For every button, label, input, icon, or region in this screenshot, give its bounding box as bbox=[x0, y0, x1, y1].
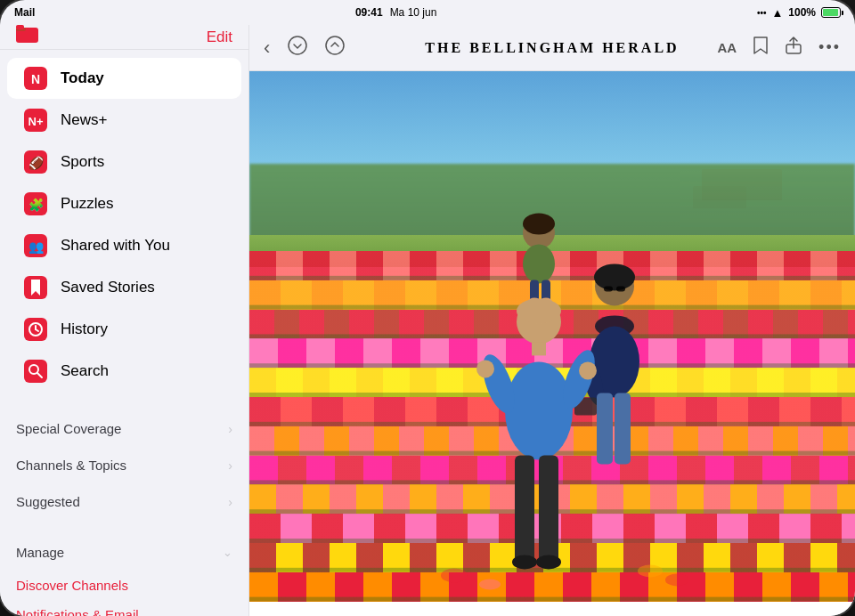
svg-rect-51 bbox=[539, 456, 558, 563]
toolbar-right: AA ••• bbox=[717, 36, 841, 60]
svg-rect-33 bbox=[597, 393, 613, 465]
main-area: Edit N Today bbox=[0, 25, 855, 616]
search-label: Search bbox=[61, 362, 109, 380]
sidebar-item-saved[interactable]: Saved Stories bbox=[7, 267, 241, 308]
ipad-device: Mail 09:41 Ma 10 jun ••• ▲ 100% bbox=[0, 0, 855, 616]
notifications-email-link[interactable]: Notifications & Email bbox=[16, 600, 232, 616]
svg-point-49 bbox=[579, 362, 597, 380]
more-button[interactable]: ••• bbox=[818, 38, 841, 57]
svg-point-22 bbox=[289, 36, 306, 54]
history-icon bbox=[23, 317, 48, 342]
sidebar-item-special-coverage[interactable]: Special Coverage › bbox=[0, 410, 248, 447]
shared-label: Shared with You bbox=[61, 237, 170, 255]
battery-label: 100% bbox=[788, 6, 816, 19]
svg-point-52 bbox=[512, 555, 537, 570]
person-center-main bbox=[476, 214, 601, 570]
svg-point-36 bbox=[523, 214, 555, 235]
sidebar-item-suggested[interactable]: Suggested › bbox=[0, 483, 248, 520]
svg-point-56 bbox=[638, 565, 663, 578]
sports-icon: 🏈 bbox=[23, 150, 48, 174]
dislike-button[interactable] bbox=[288, 36, 307, 60]
battery-icon bbox=[821, 7, 841, 18]
search-nav-icon bbox=[23, 359, 48, 384]
shared-icon: 👥 bbox=[23, 233, 48, 258]
manage-section: Manage ⌄ Discover Channels Notifications… bbox=[0, 531, 248, 616]
saved-label: Saved Stories bbox=[61, 279, 155, 296]
font-size-button[interactable]: AA bbox=[717, 40, 737, 55]
channels-topics-label: Channels & Topics bbox=[16, 458, 126, 473]
newsplus-icon: N+ bbox=[23, 108, 48, 133]
status-dots: ••• bbox=[757, 8, 767, 18]
puzzles-label: Puzzles bbox=[61, 195, 114, 213]
discover-channels-link[interactable]: Discover Channels bbox=[16, 571, 232, 600]
manage-header[interactable]: Manage ⌄ bbox=[16, 538, 232, 567]
today-label: Today bbox=[61, 69, 104, 87]
special-coverage-chevron: › bbox=[228, 422, 232, 436]
like-button[interactable] bbox=[325, 36, 345, 60]
sidebar-item-newsplus[interactable]: N+ News+ bbox=[7, 100, 241, 141]
svg-point-27 bbox=[594, 264, 635, 291]
saved-icon bbox=[23, 275, 48, 300]
svg-point-54 bbox=[441, 569, 468, 583]
channels-topics-chevron: › bbox=[228, 458, 232, 473]
status-left: Mail bbox=[14, 6, 35, 19]
sidebar-item-history[interactable]: History bbox=[7, 309, 241, 350]
svg-rect-50 bbox=[515, 456, 534, 563]
share-button[interactable] bbox=[785, 36, 802, 60]
article-image bbox=[249, 71, 855, 616]
puzzles-icon: 🧩 bbox=[23, 191, 48, 216]
svg-point-23 bbox=[326, 36, 344, 54]
today-icon: N bbox=[23, 66, 48, 91]
sidebar-item-search[interactable]: Search bbox=[7, 351, 241, 392]
sports-label: Sports bbox=[61, 153, 104, 171]
people-svg bbox=[401, 126, 704, 616]
tulip-field-image bbox=[249, 71, 855, 616]
content-area: ‹ The Bellingha bbox=[249, 25, 855, 616]
sidebar-folder-icon[interactable] bbox=[16, 25, 39, 49]
status-day: Ma 10 jun bbox=[390, 6, 437, 19]
edit-button[interactable]: Edit bbox=[207, 28, 232, 46]
bookmark-button[interactable] bbox=[753, 36, 769, 60]
svg-point-43 bbox=[517, 299, 561, 324]
sidebar-item-sports[interactable]: 🏈 Sports bbox=[7, 142, 241, 182]
svg-text:👥: 👥 bbox=[28, 239, 45, 255]
manage-label: Manage bbox=[16, 545, 64, 560]
suggested-chevron: › bbox=[228, 495, 232, 509]
sidebar-item-channels-topics[interactable]: Channels & Topics › bbox=[0, 447, 248, 483]
publication-title: The Bellingham Herald bbox=[425, 40, 679, 56]
svg-point-55 bbox=[479, 580, 501, 590]
svg-rect-2 bbox=[16, 25, 24, 29]
sidebar-nav-list: N Today N+ News+ bbox=[0, 50, 248, 400]
svg-text:🧩: 🧩 bbox=[28, 198, 45, 213]
svg-rect-34 bbox=[615, 393, 631, 465]
svg-rect-28 bbox=[604, 287, 613, 292]
special-coverage-label: Special Coverage bbox=[16, 421, 121, 436]
history-label: History bbox=[61, 320, 108, 338]
sidebar-item-puzzles[interactable]: 🧩 Puzzles bbox=[7, 183, 241, 224]
status-center: 09:41 Ma 10 jun bbox=[355, 6, 436, 19]
manage-links: Discover Channels Notifications & Email … bbox=[16, 567, 232, 616]
status-right: ••• ▲ 100% bbox=[757, 6, 841, 20]
sidebar: Edit N Today bbox=[0, 25, 249, 616]
svg-rect-44 bbox=[532, 343, 546, 356]
manage-chevron-down: ⌄ bbox=[223, 546, 232, 559]
svg-point-53 bbox=[536, 555, 561, 570]
svg-point-48 bbox=[476, 361, 494, 378]
suggested-label: Suggested bbox=[16, 494, 80, 509]
sidebar-item-today[interactable]: N Today bbox=[7, 58, 241, 99]
toolbar: ‹ The Bellingha bbox=[249, 25, 855, 71]
svg-point-45 bbox=[505, 362, 573, 460]
status-app-name: Mail bbox=[14, 6, 35, 19]
sidebar-item-shared[interactable]: 👥 Shared with You bbox=[7, 225, 241, 266]
svg-rect-29 bbox=[616, 287, 625, 292]
sidebar-header: Edit bbox=[0, 25, 248, 50]
svg-text:🏈: 🏈 bbox=[28, 156, 45, 171]
back-button[interactable]: ‹ bbox=[264, 36, 270, 60]
foreground-tulips bbox=[441, 565, 688, 590]
newsplus-label: News+ bbox=[61, 111, 107, 129]
status-time: 09:41 bbox=[355, 6, 383, 19]
svg-point-37 bbox=[523, 245, 555, 284]
svg-text:N+: N+ bbox=[28, 115, 44, 128]
status-bar: Mail 09:41 Ma 10 jun ••• ▲ 100% bbox=[0, 0, 855, 25]
toolbar-left: ‹ bbox=[264, 36, 345, 60]
